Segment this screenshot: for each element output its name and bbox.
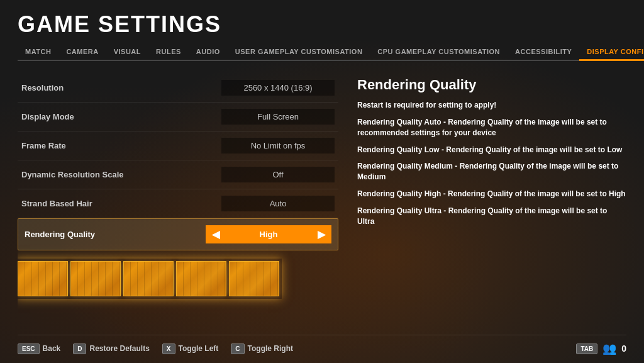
action-toggle-right[interactable]: CToggle Right — [231, 343, 293, 354]
floor-panel-4 — [176, 261, 226, 296]
desc-item-0: Rendering Quality Auto - Rendering Quali… — [357, 117, 626, 138]
setting-row-resolution: Resolution2560 x 1440 (16:9) — [18, 74, 338, 103]
setting-value-dynamic-res: Off — [221, 167, 335, 182]
key-badge-esc: ESC — [18, 343, 40, 354]
desc-item-2: Rendering Quality Medium - Rendering Qua… — [357, 161, 626, 182]
nav-tabs: MATCHCAMERAVISUALRULESAUDIOUSER GAMEPLAY… — [18, 44, 626, 61]
setting-row-rendering-quality[interactable]: Rendering Quality◀High▶ — [18, 218, 338, 250]
action-toggle-left[interactable]: XToggle Left — [162, 343, 218, 354]
action-label-toggle-right: Toggle Right — [248, 344, 293, 353]
key-badge-d: D — [73, 343, 86, 354]
setting-row-strand-hair: Strand Based HairAuto — [18, 189, 338, 218]
selector-current-value: High — [226, 226, 311, 242]
setting-value-display-mode: Full Screen — [221, 109, 335, 125]
player-count: 0 — [621, 343, 626, 354]
nav-tab-audio[interactable]: AUDIO — [189, 44, 228, 60]
basketball-floor — [18, 260, 338, 298]
bottom-actions: ESCBackDRestore DefaultsXToggle LeftCTog… — [18, 343, 293, 354]
desc-warning: Restart is required for setting to apply… — [357, 101, 626, 109]
action-label-toggle-left: Toggle Left — [179, 344, 219, 353]
setting-label-strand-hair: Strand Based Hair — [21, 199, 92, 208]
setting-value-resolution: 2560 x 1440 (16:9) — [221, 80, 335, 96]
setting-value-frame-rate: No Limit on fps — [221, 138, 335, 154]
nav-tab-display-config[interactable]: DISPLAY CONFIGURATION — [579, 44, 644, 61]
nav-tab-user-gameplay[interactable]: USER GAMEPLAY CUSTOMISATION — [228, 44, 370, 60]
main-content: Resolution2560 x 1440 (16:9)Display Mode… — [18, 74, 626, 335]
desc-title: Rendering Quality — [357, 77, 626, 93]
nav-tab-visual[interactable]: VISUAL — [106, 44, 148, 60]
floor-panel-2 — [70, 261, 121, 296]
setting-label-dynamic-res: Dynamic Resolution Scale — [21, 170, 124, 179]
page-title: GAME SETTINGS — [18, 11, 626, 38]
nav-tab-cpu-gameplay[interactable]: CPU GAMEPLAY CUSTOMISATION — [370, 44, 508, 60]
bottom-bar: ESCBackDRestore DefaultsXToggle LeftCTog… — [18, 335, 626, 363]
tab-key-badge: TAB — [576, 343, 597, 354]
nav-tab-accessibility[interactable]: ACCESSIBILITY — [508, 44, 579, 60]
key-badge-x: X — [162, 343, 175, 354]
setting-row-frame-rate: Frame RateNo Limit on fps — [18, 131, 338, 160]
nav-tab-rules[interactable]: RULES — [148, 44, 189, 60]
floor-panel-5 — [229, 261, 279, 296]
floor-panel-1 — [18, 261, 68, 296]
description-panel: Rendering Quality Restart is required fo… — [357, 74, 626, 335]
action-label-restore-defaults: Restore Defaults — [89, 344, 149, 353]
action-label-back: Back — [43, 344, 61, 353]
nav-tab-camera[interactable]: CAMERA — [58, 44, 106, 60]
action-back[interactable]: ESCBack — [18, 343, 60, 354]
setting-value-strand-hair: Auto — [221, 196, 335, 211]
setting-selector-rendering-quality[interactable]: ◀High▶ — [206, 225, 331, 243]
setting-row-dynamic-res: Dynamic Resolution ScaleOff — [18, 160, 338, 189]
setting-row-display-mode: Display ModeFull Screen — [18, 103, 338, 131]
bottom-right: TAB 👥 0 — [576, 342, 626, 355]
setting-label-resolution: Resolution — [21, 83, 64, 92]
setting-label-frame-rate: Frame Rate — [21, 141, 66, 150]
setting-label-display-mode: Display Mode — [21, 112, 74, 121]
selector-arrow-right[interactable]: ▶ — [311, 225, 331, 243]
desc-item-3: Rendering Quality High - Rendering Quali… — [357, 189, 626, 199]
setting-label-rendering-quality: Rendering Quality — [25, 230, 95, 239]
desc-item-1: Rendering Quality Low - Rendering Qualit… — [357, 145, 626, 155]
page-container: GAME SETTINGS MATCHCAMERAVISUALRULESAUDI… — [0, 0, 644, 363]
nav-tab-match[interactable]: MATCH — [18, 44, 58, 60]
desc-item-4: Rendering Quality Ultra - Rendering Qual… — [357, 206, 626, 227]
floor-panel-3 — [123, 261, 174, 296]
key-badge-c: C — [231, 343, 244, 354]
settings-panel: Resolution2560 x 1440 (16:9)Display Mode… — [18, 74, 338, 335]
selector-arrow-left[interactable]: ◀ — [206, 225, 226, 243]
action-restore-defaults[interactable]: DRestore Defaults — [73, 343, 150, 354]
player-icon: 👥 — [602, 342, 616, 355]
